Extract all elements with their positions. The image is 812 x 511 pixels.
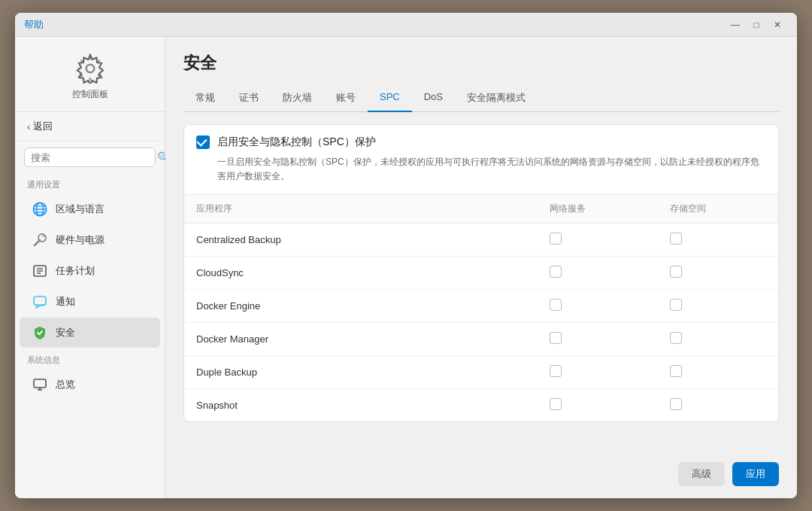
monitor-icon xyxy=(32,376,48,393)
footer-bar: 高级 应用 xyxy=(678,462,779,486)
section-label-general: 通用设置 xyxy=(15,173,165,193)
table-row: Centralized Backup xyxy=(184,224,778,257)
spc-enable-label: 启用安全与隐私控制（SPC）保护 xyxy=(217,135,376,149)
app-permissions-table: 应用程序 网络服务 存储空间 Centralized Backup Cloud xyxy=(184,194,778,421)
search-bar[interactable]: 🔍 xyxy=(24,148,156,167)
tab-dos[interactable]: DoS xyxy=(412,85,455,112)
spc-enable-row: 启用安全与隐私控制（SPC）保护 xyxy=(184,125,778,155)
network-checkbox-4[interactable] xyxy=(550,365,562,377)
search-input[interactable] xyxy=(31,152,157,163)
list-icon xyxy=(32,263,48,279)
sidebar-item-task[interactable]: 任务计划 xyxy=(20,256,160,286)
storage-checkbox-cell xyxy=(658,389,778,422)
network-checkbox-1[interactable] xyxy=(550,266,562,278)
app-name-cell: CloudSync xyxy=(184,257,538,290)
col-network: 网络服务 xyxy=(538,195,658,224)
help-link[interactable]: 帮助 xyxy=(24,18,44,32)
svg-line-10 xyxy=(43,235,45,237)
titlebar: 帮助 — □ ✕ xyxy=(15,13,797,37)
network-checkbox-cell xyxy=(538,290,658,323)
tab-account[interactable]: 账号 xyxy=(324,85,368,112)
svg-point-2 xyxy=(87,65,93,71)
storage-checkbox-0[interactable] xyxy=(670,233,682,245)
storage-checkbox-cell xyxy=(658,257,778,290)
chat-icon xyxy=(32,294,48,310)
storage-checkbox-cell xyxy=(658,224,778,257)
table-row: Duple Backup xyxy=(184,356,778,389)
svg-rect-15 xyxy=(34,297,46,305)
spc-description: 一旦启用安全与隐私控制（SPC）保护，未经授权的应用与可执行程序将无法访问系统的… xyxy=(184,155,778,194)
network-checkbox-3[interactable] xyxy=(550,332,562,344)
storage-checkbox-cell xyxy=(658,290,778,323)
right-panel: 安全 常规 证书 防火墙 账号 SPC DoS 安全隔离模式 xyxy=(165,37,797,498)
table-row: Docker Manager xyxy=(184,323,778,356)
storage-checkbox-5[interactable] xyxy=(670,398,682,410)
app-name-cell: Docker Engine xyxy=(184,290,538,323)
storage-checkbox-1[interactable] xyxy=(670,266,682,278)
section-label-sysinfo: 系统信息 xyxy=(15,348,165,369)
storage-checkbox-4[interactable] xyxy=(670,365,682,377)
spc-enable-checkbox[interactable] xyxy=(196,135,210,149)
svg-rect-16 xyxy=(34,379,46,388)
app-name-cell: Centralized Backup xyxy=(184,224,538,257)
table-row: CloudSync xyxy=(184,257,778,290)
sidebar: 控制面板 ‹ 返回 🔍 通用设置 区域与语言 xyxy=(15,37,165,498)
sidebar-section-general: 通用设置 区域与语言 硬件与电源 xyxy=(15,173,165,348)
network-checkbox-5[interactable] xyxy=(550,398,562,410)
panel-body: 启用安全与隐私控制（SPC）保护 一旦启用安全与隐私控制（SPC）保护，未经授权… xyxy=(165,112,797,498)
network-checkbox-cell xyxy=(538,389,658,422)
sidebar-item-label-task: 任务计划 xyxy=(56,264,95,278)
globe-icon xyxy=(32,201,48,217)
minimize-button[interactable]: — xyxy=(725,17,746,32)
back-button[interactable]: ‹ 返回 xyxy=(15,112,165,141)
storage-checkbox-2[interactable] xyxy=(670,299,682,311)
network-checkbox-2[interactable] xyxy=(550,299,562,311)
sidebar-item-label-security: 安全 xyxy=(56,326,75,339)
storage-checkbox-3[interactable] xyxy=(670,332,682,344)
sidebar-item-security[interactable]: 安全 xyxy=(20,318,160,348)
page-title: 安全 xyxy=(183,52,779,75)
apply-button[interactable]: 应用 xyxy=(732,462,779,486)
maximize-button[interactable]: □ xyxy=(746,17,767,32)
tab-bar: 常规 证书 防火墙 账号 SPC DoS 安全隔离模式 xyxy=(183,85,779,112)
content-area: 控制面板 ‹ 返回 🔍 通用设置 区域与语言 xyxy=(15,37,797,498)
network-checkbox-cell xyxy=(538,224,658,257)
spc-card: 启用安全与隐私控制（SPC）保护 一旦启用安全与隐私控制（SPC）保护，未经授权… xyxy=(183,124,779,422)
panel-wrapper: 安全 常规 证书 防火墙 账号 SPC DoS 安全隔离模式 xyxy=(165,37,797,498)
tab-cert[interactable]: 证书 xyxy=(227,85,271,112)
sidebar-item-label-hardware: 硬件与电源 xyxy=(56,233,105,247)
sidebar-item-region[interactable]: 区域与语言 xyxy=(20,194,160,224)
app-name-cell: Duple Backup xyxy=(184,356,538,389)
tools-icon xyxy=(32,232,48,248)
sidebar-item-notify[interactable]: 通知 xyxy=(20,287,160,317)
col-app: 应用程序 xyxy=(184,195,538,224)
tab-general[interactable]: 常规 xyxy=(183,85,227,112)
app-name-cell: Snapshot xyxy=(184,389,538,422)
storage-checkbox-cell xyxy=(658,323,778,356)
tab-firewall[interactable]: 防火墙 xyxy=(271,85,324,112)
table-row: Docker Engine xyxy=(184,290,778,323)
close-button[interactable]: ✕ xyxy=(767,17,788,32)
tab-isolation[interactable]: 安全隔离模式 xyxy=(455,85,538,112)
sidebar-item-label-overview: 总览 xyxy=(56,378,75,391)
advanced-button[interactable]: 高级 xyxy=(678,462,725,486)
sidebar-item-label-region: 区域与语言 xyxy=(56,202,105,216)
sidebar-section-sysinfo: 系统信息 总览 xyxy=(15,348,165,400)
network-checkbox-cell xyxy=(538,257,658,290)
shield-icon xyxy=(32,324,48,341)
tab-spc[interactable]: SPC xyxy=(368,85,412,112)
back-chevron-icon: ‹ xyxy=(27,121,30,132)
sidebar-item-overview[interactable]: 总览 xyxy=(20,370,160,400)
sidebar-header: 控制面板 xyxy=(15,37,165,112)
table-header-row: 应用程序 网络服务 存储空间 xyxy=(184,195,778,224)
panel-header: 安全 常规 证书 防火墙 账号 SPC DoS 安全隔离模式 xyxy=(165,37,797,112)
sidebar-item-label-notify: 通知 xyxy=(56,295,75,309)
table-row: Snapshot xyxy=(184,389,778,422)
app-name-cell: Docker Manager xyxy=(184,323,538,356)
storage-checkbox-cell xyxy=(658,356,778,389)
sidebar-item-hardware[interactable]: 硬件与电源 xyxy=(20,225,160,255)
network-checkbox-0[interactable] xyxy=(550,233,562,245)
app-icon xyxy=(74,52,107,85)
col-storage: 存储空间 xyxy=(658,195,778,224)
back-label: 返回 xyxy=(33,120,53,133)
